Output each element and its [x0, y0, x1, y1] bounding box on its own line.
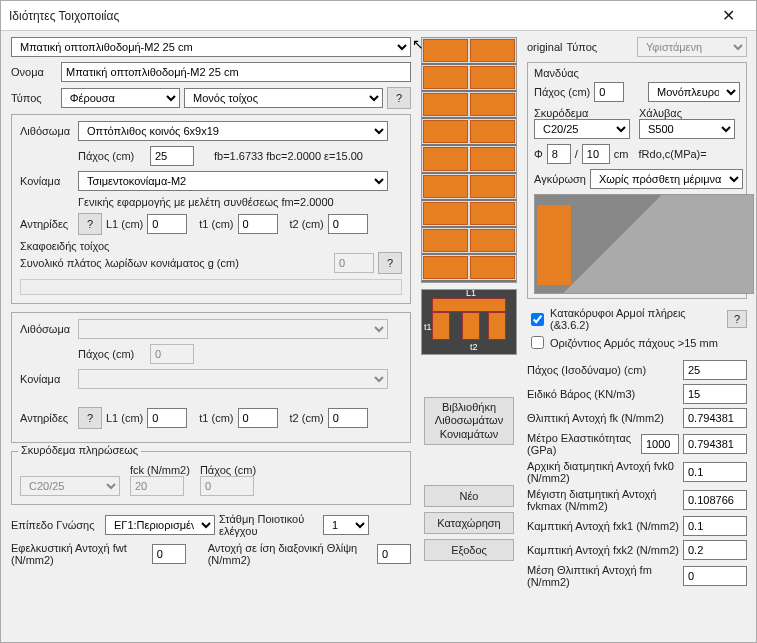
epipedo-select[interactable]: ΕΓ1:Περιορισμένη: [105, 515, 215, 535]
t2-input[interactable]: [328, 214, 368, 234]
library-button[interactable]: Βιβλιοθήκη Λιθοσωμάτων Κονιαμάτων: [424, 397, 514, 445]
spacing-input[interactable]: [582, 144, 610, 164]
agk-select[interactable]: Χωρίς πρόσθετη μέριμνα: [590, 169, 743, 189]
chk2-label: Οριζόντιος Αρμός πάχους >15 mm: [550, 337, 718, 349]
phi-input[interactable]: [547, 144, 571, 164]
l1b-input[interactable]: [147, 408, 187, 428]
stathmi-select[interactable]: 1: [323, 515, 369, 535]
rfk-input[interactable]: [683, 408, 747, 428]
side-select[interactable]: Μονόπλευρος: [648, 82, 740, 102]
rfvkmax-label: Μέγιστη διατμητική Αντοχή fvkmax (N/mm2): [527, 488, 679, 512]
fill-concrete-group: Σκυρόδεμα πληρώσεως C20/25 fck (N/mm2) Π…: [11, 451, 411, 505]
t1-label: t1 (cm): [199, 218, 233, 230]
layer2-group: Λιθόσωμα Πάχος (cm) Κονίαμα Αντηρίδες ? …: [11, 312, 411, 443]
antirides2-help-button[interactable]: ?: [78, 407, 102, 429]
type1-select[interactable]: Φέρουσα: [61, 88, 180, 108]
antirides1-label: Αντηρίδες: [20, 218, 74, 230]
paxos2-label: Πάχος (cm): [78, 348, 146, 360]
manduas-label: Μανδύας: [534, 67, 740, 79]
paxos1-input[interactable]: [150, 146, 194, 166]
rmet-label: Μέτρο Ελαστικότητας (GPa): [527, 432, 637, 456]
manduas-group: Μανδύας Πάχος (cm) Μονόπλευρος Σκυρόδεμα…: [527, 62, 747, 299]
rfvkmax-input[interactable]: [683, 490, 747, 510]
rmet-input[interactable]: [683, 434, 747, 454]
skaf-g-input: [334, 253, 374, 273]
diax-input[interactable]: [377, 544, 411, 564]
l1b-label: L1 (cm): [106, 412, 143, 424]
fill-paxos-label: Πάχος (cm): [200, 464, 256, 476]
name-label: Ονομα: [11, 66, 57, 78]
fb-text: fb=1.6733 fbc=2.0000 ε=15.00: [214, 150, 363, 162]
rtype-select: Υφιστάμενη: [637, 37, 747, 57]
rfxk1-input[interactable]: [683, 516, 747, 536]
fck-input: [130, 476, 184, 496]
mpaxos-input[interactable]: [594, 82, 624, 102]
chk1-help-button[interactable]: ?: [727, 310, 747, 328]
rfk-label: Θλιπτική Αντοχή fk (N/mm2): [527, 412, 679, 424]
fck-label: fck (N/mm2): [130, 464, 190, 476]
exit-button[interactable]: Εξοδος: [424, 539, 514, 561]
rpaxos-label: Πάχος (Ισοδύναμο) (cm): [527, 364, 679, 376]
skaf-help-button[interactable]: ?: [378, 252, 402, 274]
layer1-group: Λιθόσωμα Οπτόπλιθος κοινός 6x9x19 Πάχος …: [11, 114, 411, 304]
l1-input[interactable]: [147, 214, 187, 234]
vertical-joints-check[interactable]: [531, 313, 544, 326]
t2-label: t2 (cm): [290, 218, 324, 230]
koniama2-select: [78, 369, 388, 389]
lithosoma2-label: Λιθόσωμα: [20, 323, 74, 335]
t1b-input[interactable]: [238, 408, 278, 428]
cross-section-preview: t1 t2 L1: [421, 289, 517, 355]
rtype-label: Τύπος: [566, 41, 602, 53]
t2b-input[interactable]: [328, 408, 368, 428]
progress-placeholder: [20, 279, 402, 295]
horizontal-joint-check[interactable]: [531, 336, 544, 349]
rfxk2-label: Καμπτική Αντοχή fxk2 (N/mm2): [527, 544, 679, 556]
lithosoma2-select: [78, 319, 388, 339]
rfxk1-label: Καμπτική Αντοχή fxk1 (N/mm2): [527, 520, 679, 532]
masonry-type-select[interactable]: Μπατική οπτοπλιθοδομή-M2 25 cm: [11, 37, 411, 57]
epipedo-label: Επίπεδο Γνώσης: [11, 519, 101, 531]
agk-label: Αγκύρωση: [534, 173, 586, 185]
koniama1-label: Κονίαμα: [20, 175, 74, 187]
koniama1-desc: Γενικής εφαρμογής με μελέτη συνθέσεως fm…: [78, 196, 334, 208]
t1b-label: t1 (cm): [199, 412, 233, 424]
reid-input[interactable]: [683, 384, 747, 404]
rfxk2-input[interactable]: [683, 540, 747, 560]
new-button[interactable]: Νέο: [424, 485, 514, 507]
close-icon[interactable]: ✕: [708, 6, 748, 25]
koniama1-select[interactable]: Τσιμεντοκονίαμα-M2: [78, 171, 388, 191]
lithosoma1-label: Λιθόσωμα: [20, 125, 74, 137]
antirides2-label: Αντηρίδες: [20, 412, 74, 424]
skaf-title: Σκαφοειδής τοίχος: [20, 240, 402, 252]
rfvk0-input[interactable]: [683, 462, 747, 482]
rfm-label: Μέση Θλιπτική Αντοχή fm (N/mm2): [527, 564, 679, 588]
window-title: Ιδιότητες Τοιχοποιίας: [9, 9, 119, 23]
antirides1-help-button[interactable]: ?: [78, 213, 102, 235]
phi-label: Φ: [534, 148, 543, 160]
lithosoma1-select[interactable]: Οπτόπλιθος κοινός 6x9x19: [78, 121, 388, 141]
skyr-select[interactable]: C20/25: [534, 119, 630, 139]
fill-combo: C20/25: [20, 476, 120, 496]
frdo-label: fRdo,c(MPa)=: [639, 148, 707, 160]
wall-preview: [421, 37, 517, 283]
stathmi-label: Στάθμη Ποιοτικού ελέγχου: [219, 513, 319, 537]
paxos1-label: Πάχος (cm): [78, 150, 146, 162]
reid-label: Ειδικό Βάρος (KN/m3): [527, 388, 679, 400]
fwt-label: Εφελκυστική Αντοχή fwt (N/mm2): [11, 542, 148, 566]
mpaxos-label: Πάχος (cm): [534, 86, 590, 98]
paxos2-input: [150, 344, 194, 364]
rfvk0-label: Αρχική διατμητική Αντοχή fvk0 (N/mm2): [527, 460, 679, 484]
l1-label: L1 (cm): [106, 218, 143, 230]
save-button[interactable]: Καταχώρηση: [424, 512, 514, 534]
type2-select[interactable]: Μονός τοίχος: [184, 88, 383, 108]
chk1-label: Κατακόρυφοι Αρμοί πλήρεις (&3.6.2): [550, 307, 724, 331]
type-help-button[interactable]: ?: [387, 87, 411, 109]
rpaxos-input[interactable]: [683, 360, 747, 380]
skaf-desc: Συνολικό πλάτος λωρίδων κονιάματος g (cm…: [20, 257, 330, 269]
rfm-input[interactable]: [683, 566, 747, 586]
fwt-input[interactable]: [152, 544, 186, 564]
t1-input[interactable]: [238, 214, 278, 234]
rmet-x-input[interactable]: [641, 434, 679, 454]
xal-select[interactable]: S500: [639, 119, 735, 139]
name-input[interactable]: [61, 62, 411, 82]
